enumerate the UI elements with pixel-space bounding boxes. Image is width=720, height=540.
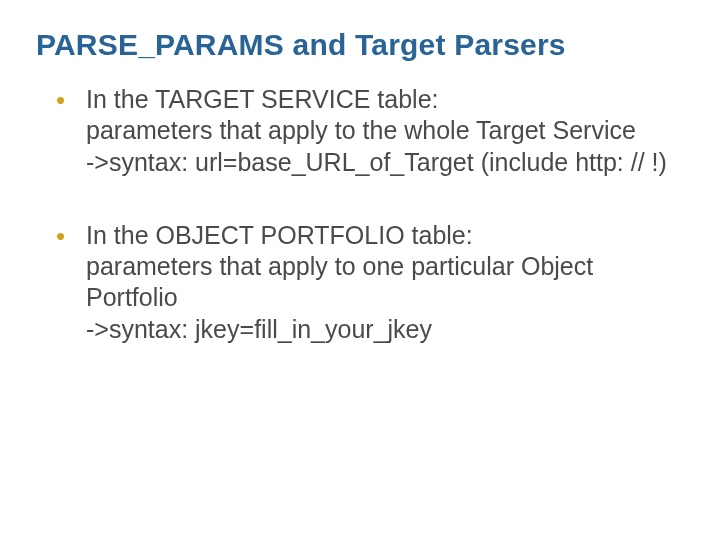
list-item: In the TARGET SERVICE table: parameters … bbox=[56, 84, 684, 178]
bullet-list: In the TARGET SERVICE table: parameters … bbox=[36, 84, 684, 345]
bullet-head: In the OBJECT PORTFOLIO table: bbox=[86, 220, 684, 251]
bullet-desc: parameters that apply to the whole Targe… bbox=[86, 115, 684, 146]
bullet-head: In the TARGET SERVICE table: bbox=[86, 84, 684, 115]
bullet-syntax: ->syntax: jkey=fill_in_your_jkey bbox=[86, 314, 684, 345]
bullet-desc: parameters that apply to one particular … bbox=[86, 251, 684, 314]
slide-title: PARSE_PARAMS and Target Parsers bbox=[36, 28, 684, 62]
bullet-syntax: ->syntax: url=base_URL_of_Target (includ… bbox=[86, 147, 684, 178]
list-item: In the OBJECT PORTFOLIO table: parameter… bbox=[56, 220, 684, 345]
slide: PARSE_PARAMS and Target Parsers In the T… bbox=[0, 0, 720, 540]
